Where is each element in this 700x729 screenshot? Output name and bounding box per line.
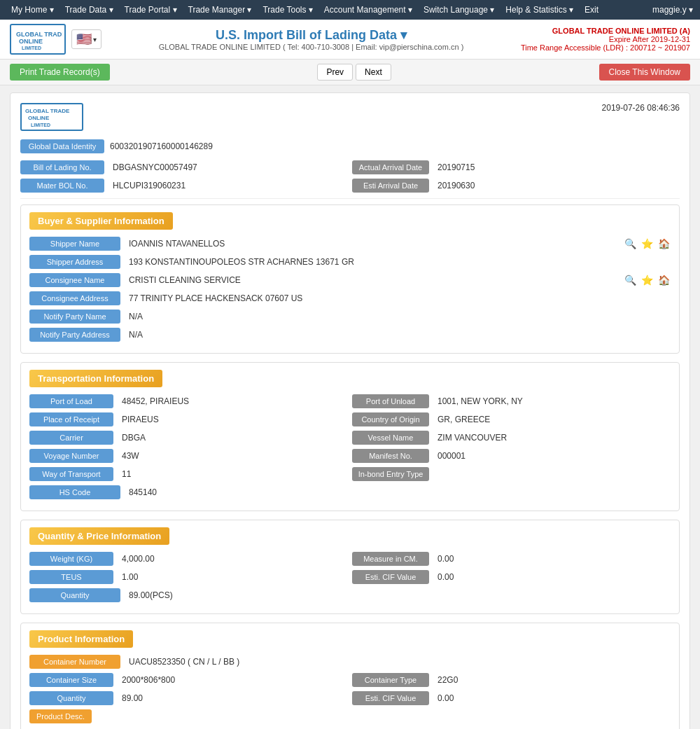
port-of-load-label: Port of Load <box>29 394 113 408</box>
close-button-top[interactable]: Close This Window <box>599 64 690 81</box>
place-of-receipt-value: PIRAEUS <box>118 412 348 426</box>
company-name: GLOBAL TRADE ONLINE LIMITED (A) <box>521 27 690 35</box>
place-receipt-pair: Place of Receipt PIRAEUS <box>29 412 348 426</box>
svg-text:ONLINE: ONLINE <box>19 38 43 45</box>
notify-party-name-value: N/A <box>125 310 671 324</box>
port-unload-pair: Port of Unload 1001, NEW YORK, NY <box>352 394 671 408</box>
product-esti-cif-label: Esti. CIF Value <box>352 691 429 705</box>
notify-party-address-value: N/A <box>125 328 671 342</box>
place-of-receipt-label: Place of Receipt <box>29 412 113 426</box>
carrier-pair: Carrier DBGA <box>29 431 348 445</box>
nav-switch-language[interactable]: Switch Language ▾ <box>419 0 498 20</box>
consignee-address-row: Consignee Address 77 TRINITY PLACE HACKE… <box>29 291 671 305</box>
prev-button-top[interactable]: Prev <box>317 64 353 81</box>
product-desc-row: Product Desc. <box>29 709 671 726</box>
nav-trade-data[interactable]: Trade Data ▾ <box>61 0 118 20</box>
transport-inbond-row: Way of Transport 11 In-bond Entry Type <box>29 467 671 481</box>
card-logo: GLOBAL TRADE ONLINE LIMITED <box>20 103 83 131</box>
container-number-label: Container Number <box>29 655 120 669</box>
measure-in-cm-label: Measure in CM. <box>352 552 429 566</box>
svg-text:ONLINE: ONLINE <box>28 115 50 121</box>
way-of-transport-label: Way of Transport <box>29 467 113 481</box>
quantity-price-section: Quantity & Price Information Weight (KG)… <box>20 520 680 614</box>
nav-exit[interactable]: Exit <box>580 0 603 20</box>
voyage-number-label: Voyage Number <box>29 449 113 463</box>
shipper-address-value: 193 KONSTANTINOUPOLEOS STR ACHARNES 1367… <box>125 255 671 269</box>
nav-trade-tools[interactable]: Trade Tools ▾ <box>258 0 316 20</box>
mater-bol-left: Mater BOL No. HLCUPI319060231 <box>20 179 348 193</box>
page-title-area: U.S. Import Bill of Lading Data ▾ GLOBAL… <box>102 27 521 51</box>
consignee-name-row: Consignee Name CRISTI CLEANING SERVICE 🔍… <box>29 273 671 287</box>
product-desc-label: Product Desc. <box>29 709 92 723</box>
port-of-unload-label: Port of Unload <box>352 394 429 408</box>
product-qty-cif-row: Quantity 89.00 Esti. CIF Value 0.00 <box>29 691 671 705</box>
mater-bol-value: HLCUPI319060231 <box>108 179 348 193</box>
inbond-entry-type-value <box>433 472 671 476</box>
weight-pair: Weight (KG) 4,000.00 <box>29 552 348 566</box>
notify-party-address-row: Notify Party Address N/A <box>29 328 671 342</box>
consignee-search-icon[interactable]: 🔍 <box>623 273 637 287</box>
nav-account-management[interactable]: Account Management ▾ <box>320 0 416 20</box>
nav-trade-portal[interactable]: Trade Portal ▾ <box>120 0 181 20</box>
top-navigation: My Home ▾ Trade Data ▾ Trade Portal ▾ Tr… <box>0 0 700 20</box>
vessel-pair: Vessel Name ZIM VANCOUVER <box>352 431 671 445</box>
notify-party-address-label: Notify Party Address <box>29 328 120 342</box>
manifest-no-label: Manifest No. <box>352 449 429 463</box>
top-action-bar: Print Trade Record(s) Prev Next Close Th… <box>0 60 700 85</box>
logo-area: GLOBAL TRADE ONLINE LIMITED 🇺🇸 ▾ <box>10 24 102 55</box>
quantity-row: Quantity 89.00(PCS) <box>29 588 671 602</box>
actual-arrival-date-label: Actual Arrival Date <box>352 160 429 174</box>
shipper-name-row: Shipper Name IOANNIS NTAVANELLOS 🔍 ⭐ 🏠 <box>29 237 671 251</box>
gto-logo: GLOBAL TRADE ONLINE LIMITED <box>10 24 66 55</box>
container-type-value: 22G0 <box>433 673 671 687</box>
manifest-no-value: 000001 <box>433 449 671 463</box>
bol-row: Bill of Lading No. DBGASNYC00057497 Actu… <box>20 160 680 174</box>
weight-kg-value: 4,000.00 <box>118 552 348 566</box>
expire-date: Expire After 2019-12-31 <box>521 35 690 43</box>
buyer-supplier-section: Buyer & Supplier Information Shipper Nam… <box>20 204 680 354</box>
bol-right: Actual Arrival Date 20190715 <box>352 160 680 174</box>
vessel-name-value: ZIM VANCOUVER <box>433 431 671 445</box>
consignee-star-icon[interactable]: ⭐ <box>640 273 654 287</box>
shipper-search-icon[interactable]: 🔍 <box>623 237 637 251</box>
shipper-address-row: Shipper Address 193 KONSTANTINOUPOLEOS S… <box>29 255 671 269</box>
container-size-pair: Container Size 2000*806*800 <box>29 673 348 687</box>
nav-my-home[interactable]: My Home ▾ <box>7 0 58 20</box>
port-of-unload-value: 1001, NEW YORK, NY <box>433 394 671 408</box>
inbond-pair: In-bond Entry Type <box>352 467 671 481</box>
print-button-top[interactable]: Print Trade Record(s) <box>10 64 110 81</box>
bill-of-lading-value: DBGASNYC00057497 <box>108 160 348 174</box>
page-title: U.S. Import Bill of Lading Data ▾ <box>102 27 521 43</box>
shipper-home-icon[interactable]: 🏠 <box>657 237 671 251</box>
quantity-price-header: Quantity & Price Information <box>29 527 671 552</box>
product-header: Product Information <box>29 630 671 655</box>
mater-bol-row: Mater BOL No. HLCUPI319060231 Esti Arriv… <box>20 179 680 193</box>
language-selector[interactable]: 🇺🇸 ▾ <box>71 29 102 49</box>
svg-text:GLOBAL TRADE: GLOBAL TRADE <box>16 31 62 38</box>
vessel-name-label: Vessel Name <box>352 431 429 445</box>
way-transport-pair: Way of Transport 11 <box>29 467 348 481</box>
teus-label: TEUS <box>29 570 113 584</box>
consignee-home-icon[interactable]: 🏠 <box>657 273 671 287</box>
notify-party-name-row: Notify Party Name N/A <box>29 310 671 324</box>
voyage-manifest-row: Voyage Number 43W Manifest No. 000001 <box>29 449 671 463</box>
teus-pair: TEUS 1.00 <box>29 570 348 584</box>
nav-trade-manager[interactable]: Trade Manager ▾ <box>184 0 256 20</box>
country-of-origin-label: Country of Origin <box>352 412 429 426</box>
product-quantity-value: 89.00 <box>118 691 348 705</box>
product-cif-pair: Esti. CIF Value 0.00 <box>352 691 671 705</box>
shipper-name-value: IOANNIS NTAVANELLOS <box>125 237 619 251</box>
consignee-address-label: Consignee Address <box>29 291 120 305</box>
weight-measure-row: Weight (KG) 4,000.00 Measure in CM. 0.00 <box>29 552 671 566</box>
quantity-value: 89.00(PCS) <box>125 588 671 602</box>
bill-of-lading-label: Bill of Lading No. <box>20 160 104 174</box>
nav-help-statistics[interactable]: Help & Statistics ▾ <box>501 0 578 20</box>
notify-party-name-label: Notify Party Name <box>29 310 120 324</box>
inbond-entry-type-label: In-bond Entry Type <box>352 467 429 481</box>
product-qty-pair: Quantity 89.00 <box>29 691 348 705</box>
teus-cif-row: TEUS 1.00 Esti. CIF Value 0.00 <box>29 570 671 584</box>
next-button-top[interactable]: Next <box>356 64 391 81</box>
user-menu[interactable]: maggie.y ▾ <box>652 5 693 15</box>
product-quantity-label: Quantity <box>29 691 113 705</box>
shipper-star-icon[interactable]: ⭐ <box>640 237 654 251</box>
